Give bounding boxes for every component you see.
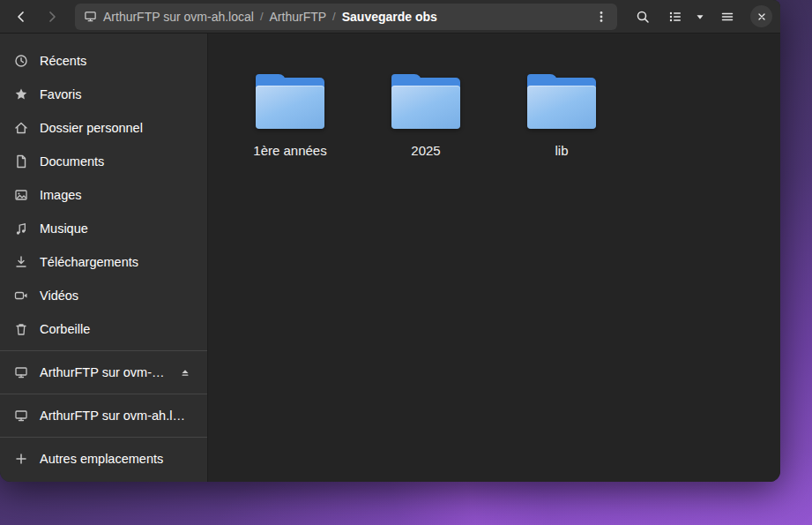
path-bar: ArthurFTP sur ovm-ah.local / ArthurFTP /… [75,4,617,30]
sidebar-item-label: ArthurFTP sur ovm-… [40,365,165,379]
computer-icon [14,409,28,423]
sidebar-item-other-locations[interactable]: Autres emplacements [0,442,207,476]
breadcrumb-separator: / [332,10,336,23]
header-bar: ArthurFTP sur ovm-ah.local / ArthurFTP /… [0,0,780,34]
chevron-down-icon [694,11,706,23]
recents-icon [14,54,28,68]
folder-icon [256,74,324,129]
folder-item[interactable]: 1ère années [224,74,356,158]
sidebar-mount-arthurftp-1[interactable]: ArthurFTP sur ovm-… [0,356,207,389]
view-toggle-group [660,4,710,30]
folder-icon [527,74,596,129]
close-icon [756,11,767,22]
chevron-left-icon [14,10,28,24]
window-body: Récents Favoris Dossier personnel Docume… [0,34,780,482]
sidebar-item-label: ArthurFTP sur ovm-ah.l… [40,409,185,423]
star-icon [14,87,28,101]
plus-icon [14,452,28,466]
folder-name: lib [555,143,568,158]
path-menu-button[interactable] [591,6,612,27]
search-icon [636,10,650,24]
view-list-button[interactable] [660,4,690,30]
sidebar-item-music[interactable]: Musique [0,212,207,245]
computer-icon [14,365,28,379]
sidebar-item-home[interactable]: Dossier personnel [0,111,207,145]
breadcrumb-separator: / [260,10,264,23]
search-button[interactable] [629,4,656,30]
sidebar-item-label: Dossier personnel [40,121,143,135]
sidebar-separator [0,437,207,438]
files-window: ArthurFTP sur ovm-ah.local / ArthurFTP /… [0,0,780,482]
breadcrumb-parent[interactable]: ArthurFTP [270,10,327,24]
sidebar-item-label: Documents [40,154,104,169]
folder-item[interactable]: 2025 [360,74,492,158]
main-menu-button[interactable] [714,4,741,30]
list-view-icon [668,10,682,24]
sidebar-item-label: Musique [40,221,88,236]
sidebar-item-label: Récents [40,54,86,68]
sidebar-item-favorites[interactable]: Favoris [0,78,207,111]
file-grid: 1ère années 2025 lib [208,34,780,482]
remote-computer-icon [84,10,97,23]
sidebar-item-trash[interactable]: Corbeille [0,312,207,346]
sidebar-mount-arthurftp-2[interactable]: ArthurFTP sur ovm-ah.l… [0,399,207,432]
eject-button[interactable] [177,364,193,380]
sidebar-separator [0,350,207,351]
breadcrumb-current[interactable]: Sauvegarde obs [342,10,437,24]
image-icon [14,188,28,202]
eject-icon [179,366,191,379]
video-icon [14,289,28,303]
sidebar-item-label: Images [40,188,82,202]
sidebar-item-label: Autres emplacements [40,452,163,466]
download-icon [14,255,28,269]
folder-item[interactable]: lib [495,74,628,158]
sidebar: Récents Favoris Dossier personnel Docume… [0,34,208,482]
sidebar-item-recents[interactable]: Récents [0,44,207,78]
view-options-dropdown[interactable] [690,4,710,30]
document-icon [14,154,28,169]
kebab-menu-icon [594,10,608,24]
trash-icon [14,322,28,336]
sidebar-item-label: Favoris [40,87,82,101]
folder-name: 1ère années [253,143,326,158]
back-button[interactable] [8,4,34,30]
sidebar-item-label: Téléchargements [40,255,138,269]
close-button[interactable] [750,5,772,27]
hamburger-menu-icon [720,10,734,24]
sidebar-item-videos[interactable]: Vidéos [0,279,207,312]
folder-icon [391,74,460,129]
sidebar-item-downloads[interactable]: Téléchargements [0,245,207,279]
music-icon [14,221,28,236]
sidebar-item-label: Vidéos [40,289,78,303]
chevron-right-icon [45,10,59,24]
sidebar-item-label: Corbeille [40,322,90,336]
folder-name: 2025 [411,143,440,158]
sidebar-item-pictures[interactable]: Images [0,178,207,212]
forward-button[interactable] [39,4,65,30]
sidebar-separator [0,394,207,394]
sidebar-item-documents[interactable]: Documents [0,145,207,178]
breadcrumb-root[interactable]: ArthurFTP sur ovm-ah.local [103,10,254,24]
home-icon [14,121,28,135]
